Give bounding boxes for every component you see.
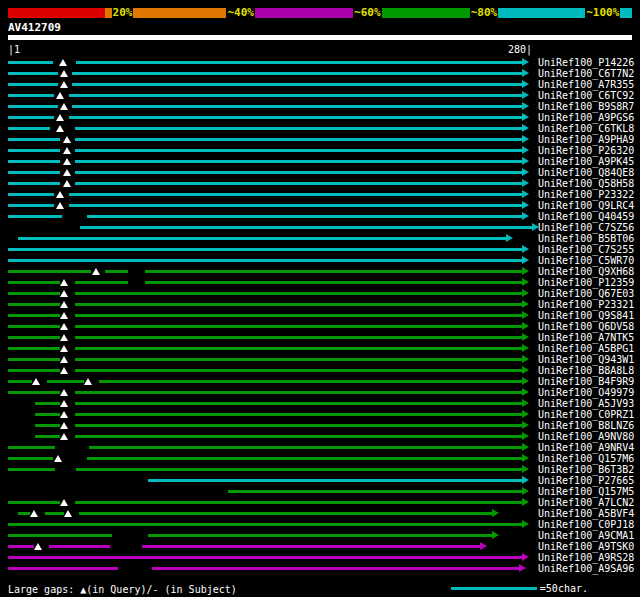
large-gap-box	[112, 532, 149, 539]
hit-label[interactable]: UniRef100_Q6DV58	[538, 321, 634, 332]
hit-label[interactable]: UniRef100_A7LCN2	[538, 497, 634, 508]
hit-bar[interactable]	[18, 237, 506, 240]
hit-bar[interactable]	[8, 501, 522, 504]
alignment-track	[8, 431, 532, 442]
hit-label[interactable]: UniRef100_Q9S841	[538, 310, 634, 321]
hit-bar[interactable]	[8, 336, 522, 339]
hit-bar[interactable]	[8, 182, 522, 185]
hit-arrowhead-icon	[522, 190, 529, 198]
hit-label[interactable]: UniRef100_A7R355	[538, 79, 634, 90]
hit-label[interactable]: UniRef100_A9RS28	[538, 552, 634, 563]
hit-bar[interactable]	[8, 259, 522, 262]
hit-label[interactable]: UniRef100_C0PJ18	[538, 519, 634, 530]
hit-bar[interactable]	[8, 270, 522, 273]
hit-label[interactable]: UniRef100_A9TSK0	[538, 541, 634, 552]
hit-label[interactable]: UniRef100_C0PRZ1	[538, 409, 634, 420]
hit-bar[interactable]	[8, 193, 522, 196]
hit-label[interactable]: UniRef100_O49979	[538, 387, 634, 398]
hit-label[interactable]: UniRef100_B8A8L8	[538, 365, 634, 376]
hit-label[interactable]: UniRef100_C6TKL8	[538, 123, 634, 134]
hit-bar[interactable]	[8, 567, 519, 570]
hit-bar[interactable]	[8, 292, 522, 295]
hit-bar[interactable]	[8, 160, 522, 163]
hit-bar[interactable]	[8, 523, 522, 526]
hit-label[interactable]: UniRef100_Q157M6	[538, 453, 634, 464]
hit-label[interactable]: UniRef100_Q58H58	[538, 178, 634, 189]
hit-bar[interactable]	[35, 435, 521, 438]
hit-arrowhead-icon	[522, 399, 529, 407]
hit-bar[interactable]	[8, 545, 480, 548]
hit-label[interactable]: UniRef100_P27665	[538, 475, 634, 486]
hit-bar[interactable]	[35, 413, 521, 416]
hit-label[interactable]: UniRef100_B8LNZ6	[538, 420, 634, 431]
hit-label[interactable]: UniRef100_B9S8R7	[538, 101, 634, 112]
hit-bar[interactable]	[228, 490, 521, 493]
hit-bar[interactable]	[8, 468, 522, 471]
hit-label[interactable]: UniRef100_P14226	[538, 57, 634, 68]
hit-label[interactable]: UniRef100_Q84QE8	[538, 167, 634, 178]
hit-bar[interactable]	[8, 72, 522, 75]
hit-label[interactable]: UniRef100_Q67E03	[538, 288, 634, 299]
hit-bar[interactable]	[8, 556, 522, 559]
hit-bar[interactable]	[148, 479, 522, 482]
hit-label[interactable]: UniRef100_A9PHA9	[538, 134, 634, 145]
hit-bar[interactable]	[8, 325, 522, 328]
hit-bar[interactable]	[8, 94, 522, 97]
hit-bar[interactable]	[8, 149, 522, 152]
hit-bar[interactable]	[8, 83, 522, 86]
hit-bar[interactable]	[8, 171, 522, 174]
hit-bar[interactable]	[35, 424, 521, 427]
hit-bar[interactable]	[8, 281, 522, 284]
hit-label[interactable]: UniRef100_P12359	[538, 277, 634, 288]
hit-label[interactable]: UniRef100_P23322	[538, 189, 634, 200]
alignment-row: UniRef100_P26320	[0, 145, 640, 156]
hit-bar[interactable]	[8, 248, 522, 251]
hit-arrowhead-icon	[522, 179, 529, 187]
hit-label[interactable]: UniRef100_C6T7N2	[538, 68, 634, 79]
hit-label[interactable]: UniRef100_B6T3B2	[538, 464, 634, 475]
hit-arrowhead-icon	[519, 564, 526, 572]
hit-label[interactable]: UniRef100_A9NRV4	[538, 442, 634, 453]
hit-label[interactable]: UniRef100_A5JV93	[538, 398, 634, 409]
hit-bar[interactable]	[8, 369, 522, 372]
hit-bar[interactable]	[8, 105, 522, 108]
alignment-track	[8, 178, 532, 189]
hit-label[interactable]: UniRef100_Q943W1	[538, 354, 634, 365]
hit-bar[interactable]	[8, 138, 522, 141]
hit-label[interactable]: UniRef100_P23321	[538, 299, 634, 310]
hit-label[interactable]: UniRef100_A7NTK5	[538, 332, 634, 343]
alignment-track	[8, 79, 532, 90]
hit-label[interactable]: UniRef100_Q9XH68	[538, 266, 634, 277]
hit-bar[interactable]	[8, 347, 522, 350]
hit-label[interactable]: UniRef100_B5BT06	[538, 233, 634, 244]
hit-bar[interactable]	[8, 314, 522, 317]
hit-bar[interactable]	[8, 391, 522, 394]
hit-label[interactable]: UniRef100_A9PK45	[538, 156, 634, 167]
hit-bar[interactable]	[8, 303, 522, 306]
hit-label[interactable]: UniRef100_Q9LRC4	[538, 200, 634, 211]
hit-label[interactable]: UniRef100_A9SA96	[538, 563, 634, 574]
hit-bar[interactable]	[18, 512, 492, 515]
hit-label[interactable]: UniRef100_C7SZ56	[538, 222, 634, 233]
hit-label[interactable]: UniRef100_Q157M5	[538, 486, 634, 497]
hit-bar[interactable]	[8, 204, 522, 207]
hit-bar[interactable]	[8, 127, 522, 130]
hit-bar[interactable]	[8, 358, 522, 361]
hit-bar[interactable]	[8, 534, 492, 537]
hit-label[interactable]: UniRef100_Q40459	[538, 211, 634, 222]
hit-bar[interactable]	[8, 61, 522, 64]
hit-label[interactable]: UniRef100_A5BVF4	[538, 508, 634, 519]
hit-label[interactable]: UniRef100_C5WR70	[538, 255, 634, 266]
hit-bar[interactable]	[35, 402, 521, 405]
hit-bar[interactable]	[8, 116, 522, 119]
alignment-track	[8, 409, 532, 420]
hit-label[interactable]: UniRef100_B4F9R9	[538, 376, 634, 387]
hit-label[interactable]: UniRef100_A9NV80	[538, 431, 634, 442]
hit-label[interactable]: UniRef100_A9CMA1	[538, 530, 634, 541]
hit-label[interactable]: UniRef100_A9PGS6	[538, 112, 634, 123]
hit-label[interactable]: UniRef100_C7S255	[538, 244, 634, 255]
hit-label[interactable]: UniRef100_A5BPG1	[538, 343, 634, 354]
hit-label[interactable]: UniRef100_C6TC92	[538, 90, 634, 101]
hit-label[interactable]: UniRef100_P26320	[538, 145, 634, 156]
hit-bar[interactable]	[80, 226, 532, 229]
